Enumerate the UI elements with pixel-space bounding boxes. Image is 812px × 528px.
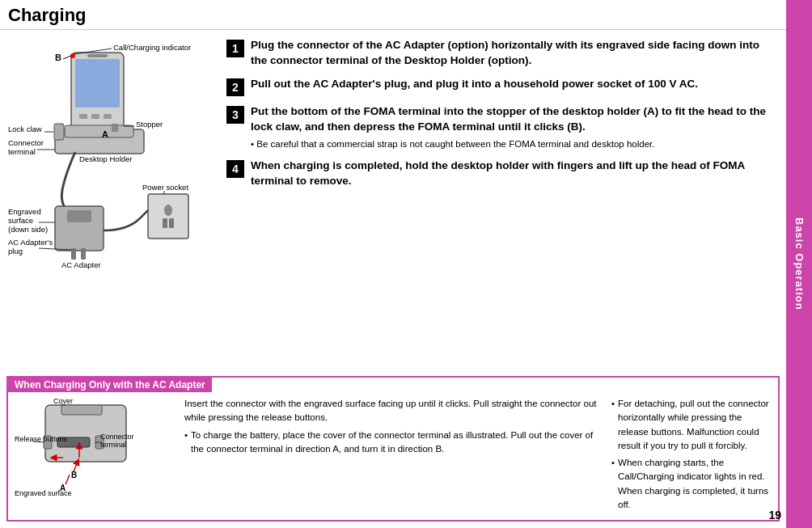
main-content: Charging B C	[0, 0, 786, 528]
page-header: Charging	[0, 0, 786, 30]
step-2: 2 Pull out the AC Adapter's plug, and pl…	[226, 77, 775, 96]
step-number-1: 1	[226, 40, 244, 57]
bottom-content: Cover Release buttons Connector terminal	[8, 392, 778, 520]
svg-text:A: A	[102, 129, 108, 139]
step-text-1: Plug the connector of the AC Adapter (op…	[251, 38, 775, 69]
svg-text:B: B	[71, 471, 77, 479]
main-diagram: B Call/Charging indicator Lock claw A St…	[6, 36, 213, 271]
bottom-right-text: For detaching, pull out the connector ho…	[611, 397, 773, 515]
svg-rect-26	[71, 248, 76, 260]
bottom-ac-section: When Charging Only with the AC Adapter C…	[6, 376, 780, 522]
svg-text:Call/Charging indicator: Call/Charging indicator	[113, 43, 191, 52]
bottom-insert-text: Insert the connector with the engraved s…	[184, 397, 602, 425]
svg-text:Lock claw: Lock claw	[8, 125, 42, 133]
bottom-diagram-area: Cover Release buttons Connector terminal	[13, 397, 175, 515]
svg-rect-39	[169, 218, 174, 228]
bottom-right-bullet-1: For detaching, pull out the connector ho…	[611, 397, 773, 453]
svg-text:B: B	[55, 53, 61, 62]
svg-rect-13	[54, 124, 64, 140]
svg-rect-4	[91, 114, 99, 119]
bottom-bullet-1: To charge the battery, place the cover o…	[184, 429, 602, 457]
svg-rect-1	[75, 59, 120, 108]
bottom-section-title: When Charging Only with the AC Adapter	[8, 378, 212, 392]
step-number-4: 4	[226, 160, 244, 178]
svg-rect-36	[148, 194, 188, 239]
svg-text:Engraved surface: Engraved surface	[15, 489, 72, 497]
top-section: B Call/Charging indicator Lock claw A St…	[0, 30, 786, 373]
svg-text:Connector: Connector	[100, 433, 134, 441]
step-text-3: Put the bottom of the FOMA terminal into…	[251, 104, 775, 150]
svg-text:Desktop Holder: Desktop Holder	[79, 154, 132, 163]
step-1: 1 Plug the connector of the AC Adapter (…	[226, 38, 775, 69]
page-number: 19	[768, 509, 781, 522]
step-3: 3 Put the bottom of the FOMA terminal in…	[226, 104, 775, 150]
svg-text:(down side): (down side)	[8, 225, 48, 234]
svg-text:Engraved: Engraved	[8, 207, 41, 216]
step-number-3: 3	[226, 106, 244, 124]
svg-text:Power socket: Power socket	[142, 183, 188, 192]
svg-rect-3	[79, 114, 87, 119]
svg-text:AC Adapter's: AC Adapter's	[8, 238, 53, 247]
svg-rect-43	[61, 405, 102, 415]
svg-text:surface: surface	[8, 216, 33, 225]
svg-text:terminal: terminal	[8, 147, 36, 156]
svg-rect-5	[104, 114, 112, 119]
svg-text:Cover: Cover	[53, 397, 73, 405]
svg-text:plug: plug	[8, 247, 23, 256]
step-text-4: When charging is completed, hold the des…	[251, 158, 775, 189]
diagram-area: B Call/Charging indicator Lock claw A St…	[0, 30, 218, 373]
step-3-note: • Be careful that a commercial strap is …	[251, 137, 775, 150]
step-4: 4 When charging is completed, hold the d…	[226, 158, 775, 189]
sidebar-label: Basic Operation	[793, 218, 806, 310]
svg-rect-38	[163, 218, 167, 228]
svg-point-37	[164, 205, 172, 216]
step-text-2: Pull out the AC Adapter's plug, and plug…	[251, 77, 698, 92]
svg-text:terminal: terminal	[100, 441, 126, 449]
step-number-2: 2	[226, 78, 244, 96]
svg-rect-27	[81, 248, 86, 260]
right-sidebar: Basic Operation	[786, 0, 812, 528]
svg-text:Connector: Connector	[8, 138, 44, 147]
svg-text:AC Adapter: AC Adapter	[61, 260, 101, 269]
svg-rect-25	[67, 210, 91, 222]
svg-rect-17	[112, 124, 118, 132]
svg-text:Stopper: Stopper	[136, 120, 163, 129]
bottom-svg-diagram: Cover Release buttons Connector terminal	[13, 397, 163, 502]
bottom-right-bullet-2: When charging starts, the Call/Charging …	[611, 456, 773, 512]
page-title: Charging	[8, 5, 778, 26]
steps-area: 1 Plug the connector of the AC Adapter (…	[218, 30, 786, 373]
svg-line-8	[63, 56, 71, 59]
svg-rect-12	[65, 125, 133, 137]
bottom-middle-text: Insert the connector with the engraved s…	[181, 397, 605, 515]
svg-rect-2	[87, 54, 108, 57]
